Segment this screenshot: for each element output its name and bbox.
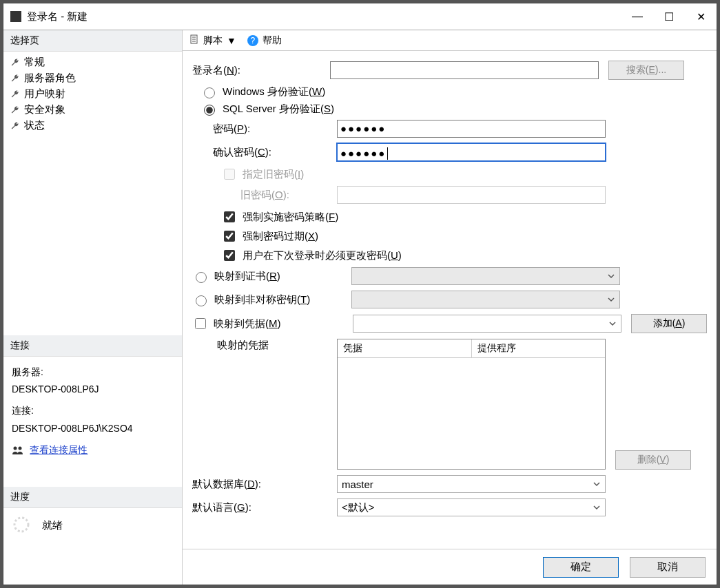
wrench-icon <box>10 90 20 99</box>
map-to-cred-label: 映射到凭据(M) <box>214 317 281 330</box>
page-general[interactable]: 常规 <box>8 54 178 70</box>
cred-combo[interactable] <box>353 315 621 333</box>
windows-auth-label: Windows 身份验证(W) <box>223 85 325 98</box>
main: 脚本 ▼ ? 帮助 登录名(N): 搜索(E)... Windows 身份验证(… <box>183 30 717 585</box>
windows-auth-radio[interactable] <box>204 87 215 98</box>
specify-old-password-checkbox <box>224 169 235 180</box>
sidebar-head-connection: 连接 <box>3 335 182 357</box>
chevron-down-icon <box>608 318 617 330</box>
map-to-cred-checkbox[interactable] <box>195 318 206 329</box>
page-user-map[interactable]: 用户映射 <box>8 86 178 102</box>
footer: 确定 取消 <box>183 549 717 585</box>
enforce-policy-checkbox[interactable] <box>224 211 235 222</box>
connection-label: 连接: <box>12 402 174 419</box>
page-user-map-label: 用户映射 <box>24 87 65 101</box>
login-name-input[interactable] <box>330 61 599 79</box>
page-server-roles-label: 服务器角色 <box>24 72 76 85</box>
confirm-password-label: 确认密码(C): <box>213 146 330 159</box>
page-securables[interactable]: 安全对象 <box>8 102 178 118</box>
page-status-label: 状态 <box>24 119 45 132</box>
old-password-input <box>337 186 606 204</box>
map-to-cert-label: 映射到证书(R) <box>214 270 280 283</box>
server-label: 服务器: <box>12 364 174 381</box>
wrench-icon <box>10 121 20 131</box>
maximize-button[interactable]: ☐ <box>653 6 685 28</box>
enforce-policy-label: 强制实施密码策略(F) <box>243 211 338 224</box>
help-icon: ? <box>247 35 258 46</box>
map-to-asym-label: 映射到非对称密钥(T) <box>214 293 310 306</box>
svg-point-1 <box>19 447 22 450</box>
progress-status: 就绪 <box>42 519 63 532</box>
confirm-password-input[interactable]: ●●●●●● <box>337 143 606 161</box>
progress-panel: 就绪 <box>3 508 182 543</box>
window-title: 登录名 - 新建 <box>27 10 88 23</box>
page-server-roles[interactable]: 服务器角色 <box>8 70 178 86</box>
text-cursor <box>387 147 388 160</box>
map-to-cert-radio[interactable] <box>196 272 207 283</box>
wrench-icon <box>10 58 20 67</box>
main-toolbar: 脚本 ▼ ? 帮助 <box>183 30 717 51</box>
wrench-icon <box>10 74 20 83</box>
cred-col-credential: 凭据 <box>338 339 472 358</box>
form: 登录名(N): 搜索(E)... Windows 身份验证(W) SQL Ser… <box>183 51 717 549</box>
ok-button[interactable]: 确定 <box>543 557 619 578</box>
cancel-button[interactable]: 取消 <box>630 557 706 578</box>
add-button[interactable]: 添加(A) <box>631 314 707 333</box>
sql-auth-label: SQL Server 身份验证(S) <box>223 103 334 116</box>
view-connection-properties-link[interactable]: 查看连接属性 <box>30 445 88 455</box>
svg-point-2 <box>14 518 28 532</box>
cert-combo[interactable] <box>351 267 620 285</box>
cred-col-provider: 提供程序 <box>472 339 606 358</box>
enforce-expire-label: 强制密码过期(X) <box>243 230 318 243</box>
app-icon <box>10 11 21 22</box>
people-icon <box>12 444 24 455</box>
asym-combo[interactable] <box>351 291 620 308</box>
login-new-window: 登录名 - 新建 — ☐ ✕ 选择页 常规 服务器角色 用户映射 安全对象 状态… <box>3 3 717 585</box>
wrench-icon <box>10 105 20 115</box>
page-status[interactable]: 状态 <box>8 118 178 134</box>
login-name-label: 登录名(N): <box>192 64 330 77</box>
sidebar: 选择页 常规 服务器角色 用户映射 安全对象 状态 连接 服务器: DESKTO… <box>3 30 183 585</box>
mapped-creds-label: 映射的凭据 <box>217 339 330 352</box>
spinner-icon <box>12 515 31 536</box>
server-value: DESKTOP-008LP6J <box>12 381 174 398</box>
close-button[interactable]: ✕ <box>685 6 717 28</box>
page-general-label: 常规 <box>24 56 45 69</box>
script-dropdown[interactable]: 脚本 <box>203 34 223 47</box>
default-lang-combo[interactable]: <默认> <box>337 498 606 516</box>
sidebar-head-progress: 进度 <box>3 487 182 508</box>
must-change-checkbox[interactable] <box>224 250 235 261</box>
default-lang-label: 默认语言(G): <box>192 501 330 514</box>
sql-auth-radio[interactable] <box>204 105 215 116</box>
map-to-asym-radio[interactable] <box>196 295 207 306</box>
remove-button[interactable]: 删除(V) <box>615 450 691 470</box>
connection-panel: 服务器: DESKTOP-008LP6J 连接: DESKTOP-008LP6J… <box>3 357 182 466</box>
enforce-expire-checkbox[interactable] <box>224 231 235 242</box>
minimize-button[interactable]: — <box>621 6 653 28</box>
titlebar: 登录名 - 新建 — ☐ ✕ <box>3 3 717 30</box>
chevron-down-icon <box>593 502 601 514</box>
mapped-creds-table[interactable]: 凭据 提供程序 <box>337 339 606 470</box>
chevron-down-icon <box>593 479 601 490</box>
content: 选择页 常规 服务器角色 用户映射 安全对象 状态 连接 服务器: DESKTO… <box>3 30 717 585</box>
sidebar-head-select-page: 选择页 <box>3 30 182 52</box>
script-icon <box>189 34 199 46</box>
connection-value: DESKTOP-008LP6J\K2SO4 <box>12 420 174 437</box>
password-input[interactable]: ●●●●●● <box>337 120 606 138</box>
help-button[interactable]: 帮助 <box>263 34 282 47</box>
sidebar-pages: 常规 服务器角色 用户映射 安全对象 状态 <box>3 52 182 136</box>
dropdown-arrow-icon[interactable]: ▼ <box>227 35 236 46</box>
password-label: 密码(P): <box>213 123 330 136</box>
default-db-label: 默认数据库(D): <box>192 478 330 491</box>
specify-old-password-label: 指定旧密码(I) <box>243 168 304 181</box>
default-db-combo[interactable]: master <box>337 475 606 493</box>
chevron-down-icon <box>607 294 615 306</box>
svg-point-0 <box>14 447 17 450</box>
must-change-label: 用户在下次登录时必须更改密码(U) <box>243 249 402 262</box>
search-button[interactable]: 搜索(E)... <box>608 61 684 80</box>
chevron-down-icon <box>607 271 615 282</box>
page-securables-label: 安全对象 <box>24 103 65 116</box>
old-password-label: 旧密码(O): <box>240 189 330 202</box>
